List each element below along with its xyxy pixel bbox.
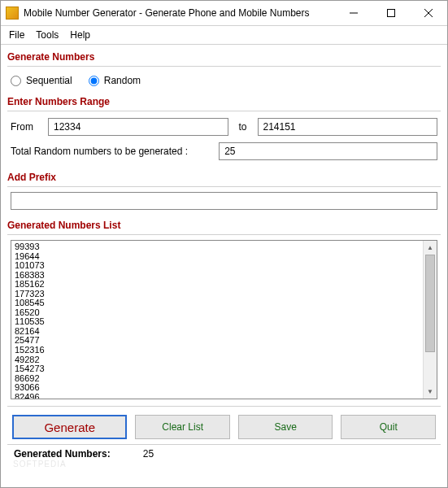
mode-row: Sequential Random <box>7 72 441 91</box>
save-button[interactable]: Save <box>238 415 333 439</box>
scroll-thumb[interactable] <box>425 255 435 352</box>
list-item[interactable]: 93066 <box>15 383 420 393</box>
list-item[interactable]: 25477 <box>15 336 420 346</box>
clear-list-button[interactable]: Clear List <box>135 415 230 439</box>
radio-random-input[interactable] <box>89 76 99 86</box>
scroll-down-icon[interactable]: ▼ <box>424 385 437 399</box>
menu-help[interactable]: Help <box>70 29 90 41</box>
menu-tools[interactable]: Tools <box>36 29 59 41</box>
total-input[interactable] <box>219 142 437 160</box>
radio-sequential-label: Sequential <box>26 75 72 86</box>
app-icon <box>6 7 19 20</box>
section-list: Generated Numbers List <box>7 216 441 235</box>
minimize-button[interactable] <box>335 1 372 25</box>
total-label: Total Random numbers to be generated : <box>11 146 188 157</box>
section-range: Enter Numbers Range <box>7 93 441 111</box>
quit-button[interactable]: Quit <box>341 415 436 439</box>
radio-sequential-input[interactable] <box>11 76 21 86</box>
range-row: From to <box>7 116 441 141</box>
numbers-listbox[interactable]: 9939319644101073168383185162177323108545… <box>11 240 437 399</box>
titlebar: Mobile Number Generator - Generate Phone… <box>1 1 447 25</box>
total-row: Total Random numbers to be generated : <box>7 141 441 167</box>
list-item[interactable]: 177323 <box>15 290 420 299</box>
list-item[interactable]: 152316 <box>15 346 420 355</box>
window-controls <box>335 1 447 25</box>
list-item[interactable]: 185162 <box>15 280 420 290</box>
radio-sequential[interactable]: Sequential <box>11 75 72 86</box>
list-item[interactable]: 108545 <box>15 298 420 308</box>
list-item[interactable]: 19644 <box>15 252 420 262</box>
prefix-input[interactable] <box>11 192 437 210</box>
list-item[interactable]: 49282 <box>15 355 420 365</box>
generate-button[interactable]: Generate <box>12 415 127 439</box>
list-item[interactable]: 168383 <box>15 271 420 281</box>
menubar: File Tools Help <box>1 25 447 45</box>
list-item[interactable]: 154273 <box>15 364 420 374</box>
radio-random[interactable]: Random <box>89 75 141 86</box>
list-item[interactable]: 101073 <box>15 261 420 271</box>
scroll-up-icon[interactable]: ▲ <box>424 241 437 255</box>
from-label: From <box>11 121 41 133</box>
maximize-button[interactable] <box>372 1 410 25</box>
numbers-list-inner: 9939319644101073168383185162177323108545… <box>11 241 423 399</box>
status-label: Generated Numbers: <box>14 448 111 460</box>
svg-rect-1 <box>388 10 395 17</box>
list-item[interactable]: 99393 <box>15 242 420 252</box>
radio-random-label: Random <box>104 75 141 86</box>
window-title: Mobile Number Generator - Generate Phone… <box>24 7 335 19</box>
section-generate-numbers: Generate Numbers <box>7 48 441 67</box>
from-input[interactable] <box>48 118 228 136</box>
list-item[interactable]: 110535 <box>15 317 420 327</box>
statusbar: Generated Numbers: 25 <box>7 444 441 463</box>
menu-file[interactable]: File <box>9 29 24 41</box>
list-item[interactable]: 82496 <box>15 393 420 399</box>
close-button[interactable] <box>410 1 447 25</box>
section-prefix: Add Prefix <box>7 168 441 187</box>
list-item[interactable]: 16520 <box>15 308 420 318</box>
to-label: to <box>235 121 251 133</box>
list-item[interactable]: 86692 <box>15 374 420 384</box>
scroll-track[interactable] <box>424 352 437 385</box>
to-input[interactable] <box>258 118 438 136</box>
list-scrollbar[interactable]: ▲ ▼ <box>423 241 437 399</box>
prefix-row <box>7 192 441 215</box>
list-item[interactable]: 82164 <box>15 327 420 337</box>
button-row: Generate Clear List Save Quit <box>7 406 441 444</box>
status-value: 25 <box>143 448 154 460</box>
